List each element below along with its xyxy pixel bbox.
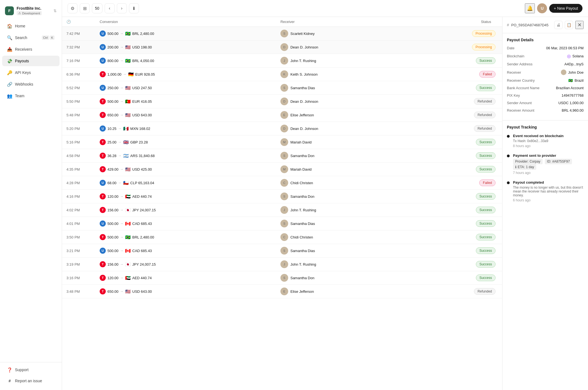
conversion-cell: T 650.00 → 🇺🇸 USD 643.00 bbox=[95, 285, 276, 298]
sidebar-item-label: Webhooks bbox=[15, 82, 33, 86]
conversion-cell: U 500.00 → 🇨🇦 CAD 685.43 bbox=[95, 217, 276, 230]
status-cell: Success bbox=[406, 271, 502, 285]
bank-label: Bank Account Name bbox=[507, 86, 540, 90]
table-row[interactable]: 5:50 PM T 500.00 → 🇵🇹 EUR 416.05 D Dean … bbox=[62, 95, 502, 108]
table-row[interactable]: 4:35 PM T 429.00 → 🇺🇸 USD 425.00 M Maria… bbox=[62, 163, 502, 176]
panel-copy-button[interactable]: 📋 bbox=[565, 21, 573, 29]
status-badge: Success bbox=[476, 261, 496, 268]
sidebar-item-receivers[interactable]: 📥 Receivers bbox=[2, 44, 60, 55]
sidebar-item-home[interactable]: 🏠 Home bbox=[2, 21, 60, 31]
receiver-cell: D Dean D. Johnson bbox=[276, 122, 406, 135]
table-row[interactable]: 5:20 PM U 10.25 → 🇲🇽 MXN 168.02 D Dean D… bbox=[62, 122, 502, 135]
receiver-avatar: E bbox=[280, 111, 288, 119]
status-cell: Success bbox=[406, 203, 502, 217]
chevron-left-icon: ‹ bbox=[109, 6, 110, 11]
receivers-icon: 📥 bbox=[7, 47, 12, 52]
table-row[interactable]: 3:19 PM T 156.00 → 🇯🇵 JPY 24,007.15 J Jo… bbox=[62, 258, 502, 271]
sidebar-item-report[interactable]: # Report an issue bbox=[2, 376, 60, 386]
table-row[interactable]: 5:52 PM U 250.00 → 🇺🇸 USD 247.50 S Saman… bbox=[62, 81, 502, 95]
receiver-avatar: C bbox=[280, 179, 288, 187]
time-cell: 3:21 PM bbox=[62, 244, 95, 258]
receiver-value: John Doe bbox=[561, 70, 584, 75]
sidebar-item-api-keys[interactable]: 🔑 API Keys bbox=[2, 67, 60, 78]
panel-print-button[interactable]: 🖨 bbox=[554, 21, 563, 29]
time-cell: 7:16 PM bbox=[62, 54, 95, 68]
sidebar-item-label: Support bbox=[15, 368, 29, 372]
time-cell: 6:36 PM bbox=[62, 68, 95, 81]
tracking-time: 6 hours ago bbox=[513, 198, 584, 202]
bank-value: Brazilian Account bbox=[556, 86, 584, 90]
table-row[interactable]: 4:01 PM U 500.00 → 🇨🇦 CAD 685.43 S Saman… bbox=[62, 217, 502, 230]
status-badge: Refunded bbox=[474, 112, 496, 118]
time-cell: 5:48 PM bbox=[62, 108, 95, 122]
table-row[interactable]: 7:16 PM U 800.00 → 🇧🇷 BRL 4,050.00 J Joh… bbox=[62, 54, 502, 68]
sidebar-item-label: Team bbox=[15, 94, 24, 98]
time-cell: 3:19 PM bbox=[62, 258, 95, 271]
table-row[interactable]: 3:16 PM T 120.00 → 🇦🇪 AED 440.74 S Saman… bbox=[62, 271, 502, 285]
date-value: 06 Mar, 2023 06:53 PM bbox=[546, 46, 584, 50]
panel-close-button[interactable]: ✕ bbox=[575, 21, 584, 29]
token-icon: T bbox=[100, 288, 106, 294]
receiver-cell: D Dean D. Johnson bbox=[276, 40, 406, 54]
download-icon: ⬇ bbox=[132, 6, 136, 11]
status-cell: Failed bbox=[406, 176, 502, 190]
table-row[interactable]: 4:28 PM U 68.00 → 🇨🇱 CLP 65,163.04 C Chi… bbox=[62, 176, 502, 190]
prev-page-button[interactable]: ‹ bbox=[105, 3, 115, 13]
filter-button[interactable]: ⚙ bbox=[68, 3, 78, 13]
pix-value: 14947677768 bbox=[561, 93, 584, 98]
conversion-cell: T 156.00 → 🇯🇵 JPY 24,007.15 bbox=[95, 258, 276, 271]
sidebar-item-team[interactable]: 👥 Team bbox=[2, 91, 60, 101]
table-row[interactable]: 4:58 PM T 36.28 → 🇦🇷 ARS 31,840.68 S Sam… bbox=[62, 149, 502, 163]
sidebar-item-support[interactable]: ❓ Support bbox=[2, 365, 60, 375]
sidebar-item-search[interactable]: 🔍 Search Ctrl K bbox=[2, 32, 60, 43]
search-icon: 🔍 bbox=[7, 35, 12, 40]
table-row[interactable]: 6:36 PM T 1,000.00 → 🇩🇪 EUR 928.05 K Kei… bbox=[62, 68, 502, 81]
token-icon: T bbox=[100, 166, 106, 172]
table-row[interactable]: 5:16 PM T 25.00 → 🇬🇧 GBP 23.28 M Mariah … bbox=[62, 135, 502, 149]
status-cell: Failed bbox=[406, 68, 502, 81]
col-receiver: Receiver bbox=[276, 17, 406, 27]
receiver-avatar: J bbox=[280, 260, 288, 268]
payouts-icon: 💸 bbox=[7, 58, 12, 63]
detail-row-blockchain: Blockchain ◎ Solana bbox=[507, 53, 584, 59]
tracking-time: 7 hours ago bbox=[513, 171, 584, 175]
receiver-cell: S Scarlett Kidney bbox=[276, 27, 406, 40]
table-row[interactable]: 3:21 PM U 500.00 → 🇨🇦 CAD 685.43 S Saman… bbox=[62, 244, 502, 258]
sidebar-item-label: Receivers bbox=[15, 47, 32, 52]
sidebar-item-webhooks[interactable]: 🔗 Webhooks bbox=[2, 79, 60, 89]
status-cell: Success bbox=[406, 149, 502, 163]
receiver-avatar: S bbox=[280, 220, 288, 227]
col-conversion: Conversion bbox=[95, 17, 276, 27]
tracking-section: Payout Tracking Event received on blockc… bbox=[502, 120, 588, 212]
tracking-dot bbox=[507, 135, 510, 138]
conversion-cell: T 1,000.00 → 🇩🇪 EUR 928.05 bbox=[95, 68, 276, 81]
next-page-button[interactable]: › bbox=[117, 3, 127, 13]
receiver-cell: C Chidi Christen bbox=[276, 230, 406, 244]
table-row[interactable]: 7:32 PM U 200.00 → 🇺🇸 USD 198.00 D Dean … bbox=[62, 40, 502, 54]
token-icon: T bbox=[100, 207, 106, 213]
download-button[interactable]: ⬇ bbox=[129, 3, 139, 13]
table-row[interactable]: 7:42 PM U 500.00 → 🇧🇷 BRL 2,480.00 S Sca… bbox=[62, 27, 502, 40]
brand-name: FrostBite Inc. bbox=[17, 6, 42, 11]
sender-amount-label: Sender Amount bbox=[507, 101, 532, 105]
table-row[interactable]: 4:02 PM T 156.00 → 🇯🇵 JPY 24,007.15 J Jo… bbox=[62, 203, 502, 217]
notification-button[interactable]: 🔔 bbox=[525, 3, 535, 13]
time-cell: 4:02 PM bbox=[62, 203, 95, 217]
new-payout-button[interactable]: + New Payout bbox=[549, 4, 582, 13]
table-row[interactable]: 3:48 PM T 650.00 → 🇺🇸 USD 643.00 E Elise… bbox=[62, 285, 502, 298]
table-row[interactable]: 3:50 PM T 500.00 → 🇧🇷 BRL 2,480.00 C Chi… bbox=[62, 230, 502, 244]
token-icon: T bbox=[100, 98, 106, 104]
table-row[interactable]: 5:48 PM T 650.00 → 🇺🇸 USD 643.00 E Elise… bbox=[62, 108, 502, 122]
table-row[interactable]: 4:16 PM T 120.00 → 🇦🇪 AED 440.74 S Saman… bbox=[62, 190, 502, 203]
toolbar: ⚙ ⊞ 50 ‹ › ⬇ 🔔 U + New Payout bbox=[62, 0, 588, 17]
time-cell: 5:20 PM bbox=[62, 122, 95, 135]
receiver-cell: S Samantha Dias bbox=[276, 81, 406, 95]
user-avatar[interactable]: U bbox=[537, 3, 547, 13]
filter-icon: ⚙ bbox=[71, 6, 74, 11]
table-view-button[interactable]: ⊞ bbox=[80, 3, 90, 13]
conversion-cell: T 650.00 → 🇺🇸 USD 643.00 bbox=[95, 108, 276, 122]
sidebar-item-payouts[interactable]: 💸 Payouts bbox=[2, 56, 60, 66]
status-cell: Refunded bbox=[406, 95, 502, 108]
status-badge: Success bbox=[476, 193, 496, 200]
api-keys-icon: 🔑 bbox=[7, 70, 12, 75]
